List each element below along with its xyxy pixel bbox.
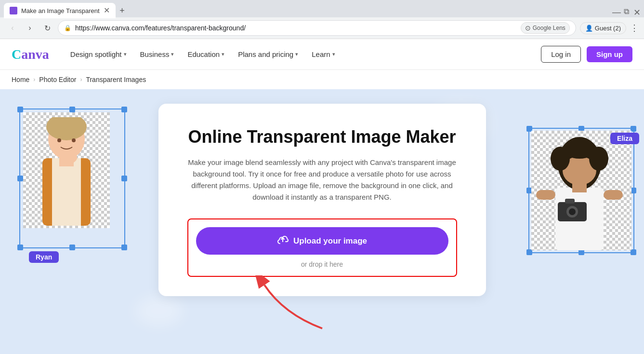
lock-icon: 🔒 bbox=[64, 25, 71, 31]
browser-chrome: Make an Image Transparent ✕ + — ⧉ ✕ ‹ › … bbox=[0, 0, 644, 39]
profile-icon: 👤 bbox=[585, 25, 593, 32]
breadcrumb-photo-editor[interactable]: Photo Editor bbox=[39, 76, 76, 83]
breadcrumb-separator-2: › bbox=[80, 76, 82, 83]
selection-handle-rm[interactable] bbox=[121, 176, 127, 181]
chevron-down-icon: ▾ bbox=[332, 51, 335, 57]
svg-rect-20 bbox=[565, 199, 575, 204]
name-tag-eliza: Eliza bbox=[610, 133, 639, 144]
browser-menu-button[interactable]: ⋮ bbox=[630, 23, 638, 33]
login-button[interactable]: Log in bbox=[541, 46, 581, 63]
browser-tabs: Make an Image Transparent ✕ + — ⧉ ✕ bbox=[0, 0, 644, 17]
profile-label: Guest (2) bbox=[595, 25, 621, 32]
right-image-area: Eliza bbox=[528, 128, 634, 253]
url-bar[interactable]: 🔒 ⊙ Google Lens bbox=[58, 20, 576, 36]
tab-close-button[interactable]: ✕ bbox=[104, 7, 110, 14]
breadcrumb-home[interactable]: Home bbox=[12, 76, 29, 83]
main-card: Online Transparent Image Maker Make your… bbox=[158, 104, 486, 296]
nav-item-plans[interactable]: Plans and pricing ▾ bbox=[232, 46, 304, 62]
right-person-image bbox=[531, 131, 631, 250]
tab-favicon bbox=[10, 7, 17, 14]
nav-item-business[interactable]: Business ▾ bbox=[134, 46, 180, 62]
selection-handle-tr[interactable] bbox=[121, 107, 127, 112]
svg-rect-16 bbox=[604, 190, 623, 200]
upload-drop-area[interactable]: Upload your image or drop it here bbox=[187, 218, 457, 277]
google-lens-icon: ⊙ bbox=[525, 24, 531, 32]
url-input[interactable] bbox=[75, 24, 517, 32]
close-button[interactable]: ✕ bbox=[633, 7, 640, 14]
signup-button[interactable]: Sign up bbox=[587, 46, 632, 62]
google-lens-label: Google Lens bbox=[533, 25, 565, 31]
svg-point-5 bbox=[57, 138, 61, 142]
svg-point-19 bbox=[569, 208, 576, 215]
selection-handle-tm[interactable] bbox=[69, 107, 75, 112]
card-description: Make your image blend seamlessly with an… bbox=[187, 157, 457, 203]
svg-rect-3 bbox=[52, 158, 81, 226]
nav-item-label: Plans and pricing bbox=[238, 50, 293, 58]
profile-button[interactable]: 👤 Guest (2) bbox=[580, 22, 626, 34]
breadcrumb: Home › Photo Editor › Transparent Images bbox=[0, 70, 644, 89]
nav-item-design-spotlight[interactable]: Design spotlight ▾ bbox=[65, 46, 132, 62]
card-title: Online Transparent Image Maker bbox=[187, 127, 457, 147]
nav-item-label: Learn bbox=[312, 50, 330, 58]
drop-text: or drop it here bbox=[196, 260, 448, 268]
back-button[interactable]: ‹ bbox=[6, 21, 19, 35]
chevron-down-icon: ▾ bbox=[171, 51, 174, 57]
nav-items: Design spotlight ▾ Business ▾ Education … bbox=[65, 46, 541, 62]
active-tab[interactable]: Make an Image Transparent ✕ bbox=[4, 3, 116, 18]
breadcrumb-separator: › bbox=[33, 76, 35, 83]
svg-point-13 bbox=[563, 139, 596, 159]
svg-rect-14 bbox=[572, 183, 587, 192]
svg-point-6 bbox=[72, 138, 76, 142]
canva-navbar: Canva Design spotlight ▾ Business ▾ Educ… bbox=[0, 39, 644, 70]
svg-rect-15 bbox=[536, 190, 555, 200]
nav-item-learn[interactable]: Learn ▾ bbox=[306, 46, 341, 62]
left-person-image bbox=[23, 112, 110, 228]
chevron-down-icon: ▾ bbox=[124, 51, 127, 57]
upload-cloud-icon bbox=[277, 234, 289, 248]
left-image-area: Ryan bbox=[19, 109, 125, 248]
address-bar: ‹ › ↻ 🔒 ⊙ Google Lens 👤 Guest (2) ⋮ bbox=[0, 17, 644, 39]
tab-title: Make an Image Transparent bbox=[21, 7, 100, 14]
google-lens-button[interactable]: ⊙ Google Lens bbox=[521, 22, 570, 34]
person-silhouette-left bbox=[28, 117, 105, 228]
restore-button[interactable]: ⧉ bbox=[623, 7, 630, 14]
upload-button[interactable]: Upload your image bbox=[196, 227, 448, 255]
chevron-down-icon: ▾ bbox=[295, 51, 298, 57]
upload-button-label: Upload your image bbox=[293, 236, 367, 246]
minimize-button[interactable]: — bbox=[612, 7, 619, 14]
selection-handle-bm[interactable] bbox=[69, 245, 75, 250]
nav-auth: Log in Sign up bbox=[541, 46, 632, 63]
ryan-name: Ryan bbox=[36, 253, 52, 261]
main-content: Ryan Online Transparent Image Maker Make… bbox=[0, 89, 644, 354]
canva-logo[interactable]: Canva bbox=[12, 47, 49, 62]
nav-item-label: Business bbox=[140, 50, 170, 58]
bg-decoration-2 bbox=[135, 297, 183, 326]
window-controls: — ⧉ ✕ bbox=[612, 7, 640, 14]
chevron-down-icon: ▾ bbox=[222, 51, 224, 57]
forward-button[interactable]: › bbox=[23, 21, 37, 35]
selection-handle-tl[interactable] bbox=[17, 107, 23, 112]
breadcrumb-current: Transparent Images bbox=[86, 76, 146, 83]
new-tab-button[interactable]: + bbox=[116, 4, 129, 17]
selection-handle-br[interactable] bbox=[121, 245, 127, 250]
person-silhouette-right bbox=[531, 130, 628, 250]
reload-button[interactable]: ↻ bbox=[40, 21, 54, 35]
selection-handle-lm[interactable] bbox=[17, 176, 23, 181]
nav-item-label: Education bbox=[187, 50, 220, 58]
nav-item-label: Design spotlight bbox=[70, 50, 122, 58]
nav-item-education[interactable]: Education ▾ bbox=[182, 46, 230, 62]
name-tag-ryan: Ryan bbox=[29, 251, 59, 263]
eliza-name: Eliza bbox=[617, 135, 632, 142]
selection-handle-bl[interactable] bbox=[17, 245, 23, 250]
